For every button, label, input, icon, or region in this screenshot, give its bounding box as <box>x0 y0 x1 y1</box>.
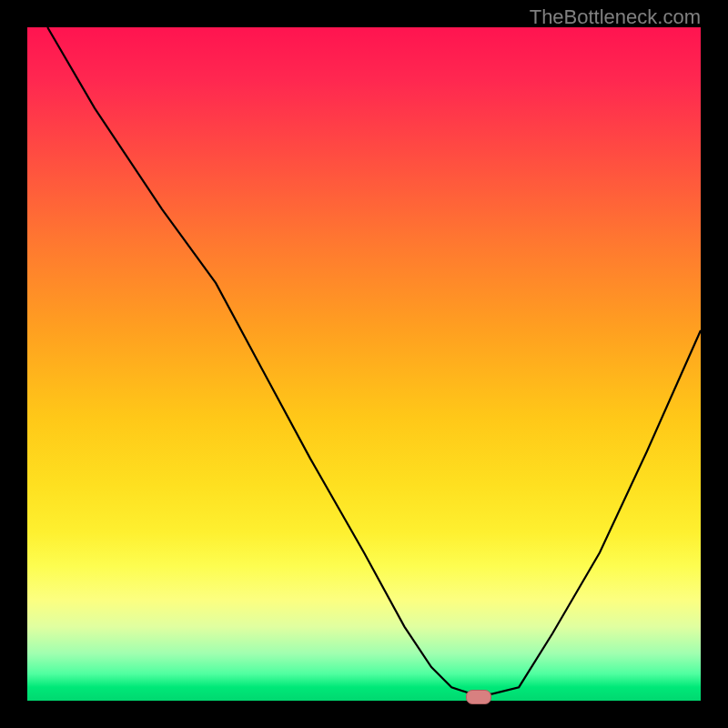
plot-area <box>27 27 701 701</box>
optimal-marker <box>466 690 491 704</box>
chart-container: TheBottleneck.com <box>0 0 728 728</box>
bottleneck-curve <box>27 27 701 701</box>
watermark-text: TheBottleneck.com <box>530 5 701 29</box>
